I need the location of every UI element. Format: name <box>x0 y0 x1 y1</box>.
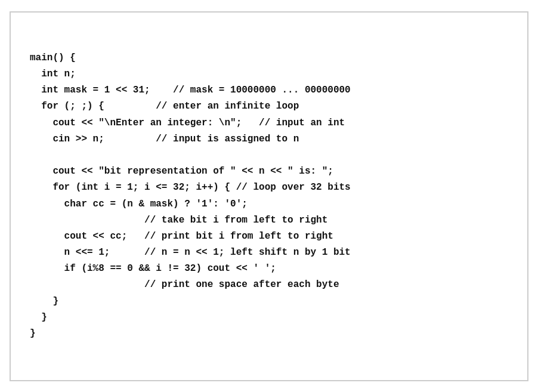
code-block: main() { int n; int mask = 1 << 31; // m… <box>30 50 508 342</box>
code-container: main() { int n; int mask = 1 << 31; // m… <box>10 11 528 381</box>
